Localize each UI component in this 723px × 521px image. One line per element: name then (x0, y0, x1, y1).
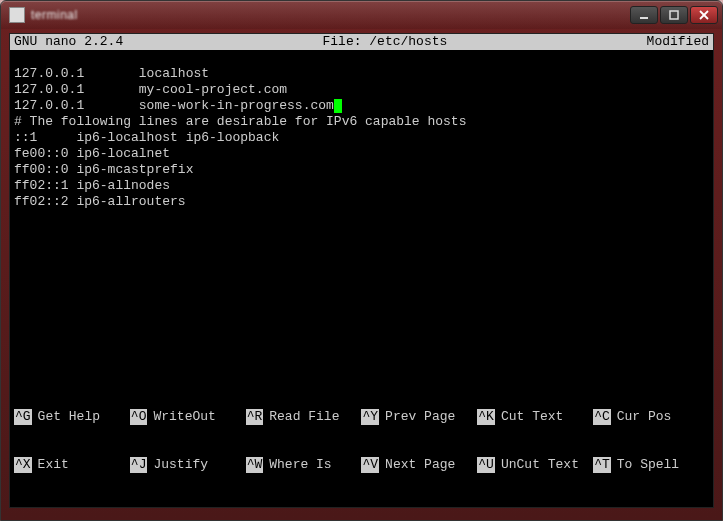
minimize-icon (639, 10, 649, 20)
editor-body[interactable]: 127.0.0.1 localhost127.0.0.1 my-cool-pro… (10, 50, 713, 377)
nano-status: Modified (647, 34, 709, 50)
shortcut-label: Where Is (269, 457, 331, 473)
svg-rect-1 (670, 11, 678, 19)
shortcut-cell: ^VNext Page (361, 457, 477, 473)
shortcut-row: ^XExit^JJustify^WWhere Is^VNext Page^UUn… (14, 457, 709, 473)
shortcut-cell: ^WWhere Is (246, 457, 362, 473)
shortcut-cell: ^UUnCut Text (477, 457, 593, 473)
shortcut-cell: ^JJustify (130, 457, 246, 473)
nano-file-label: File: /etc/hosts (123, 34, 646, 50)
shortcut-label: To Spell (617, 457, 679, 473)
editor-line: ::1 ip6-localhost ip6-loopback (14, 130, 709, 146)
window-controls (630, 6, 718, 24)
shortcut-label: UnCut Text (501, 457, 579, 473)
shortcut-label: Justify (153, 457, 208, 473)
title-left: terminal (9, 7, 78, 23)
editor-line: 127.0.0.1 my-cool-project.com (14, 82, 709, 98)
shortcut-key: ^C (593, 409, 611, 425)
shortcut-label: WriteOut (153, 409, 215, 425)
maximize-button[interactable] (660, 6, 688, 24)
shortcut-cell: ^RRead File (246, 409, 362, 425)
shortcut-key: ^V (361, 457, 379, 473)
shortcut-label: Exit (38, 457, 69, 473)
nano-footer: ^GGet Help^OWriteOut^RRead File^YPrev Pa… (10, 377, 713, 507)
shortcut-label: Cut Text (501, 409, 563, 425)
nano-version: GNU nano 2.2.4 (14, 34, 123, 50)
shortcut-key: ^G (14, 409, 32, 425)
editor-line: ff02::2 ip6-allrouters (14, 194, 709, 210)
shortcut-cell: ^CCur Pos (593, 409, 709, 425)
close-button[interactable] (690, 6, 718, 24)
editor-line: 127.0.0.1 localhost (14, 66, 709, 82)
shortcut-key: ^K (477, 409, 495, 425)
window-title: terminal (31, 8, 78, 22)
close-icon (699, 10, 709, 20)
shortcut-label: Read File (269, 409, 339, 425)
editor-line: # The following lines are desirable for … (14, 114, 709, 130)
app-icon (9, 7, 25, 23)
shortcut-key: ^O (130, 409, 148, 425)
editor-line: ff02::1 ip6-allnodes (14, 178, 709, 194)
shortcut-label: Get Help (38, 409, 100, 425)
shortcut-key: ^R (246, 409, 264, 425)
shortcut-cell: ^TTo Spell (593, 457, 709, 473)
shortcut-key: ^Y (361, 409, 379, 425)
shortcut-label: Prev Page (385, 409, 455, 425)
titlebar[interactable]: terminal (1, 1, 722, 29)
shortcut-cell: ^KCut Text (477, 409, 593, 425)
app-window: terminal GNU nano 2.2.4 File: /etc/hosts… (0, 0, 723, 521)
shortcut-row: ^GGet Help^OWriteOut^RRead File^YPrev Pa… (14, 409, 709, 425)
nano-header: GNU nano 2.2.4 File: /etc/hosts Modified (10, 34, 713, 50)
editor-line: fe00::0 ip6-localnet (14, 146, 709, 162)
shortcut-cell: ^GGet Help (14, 409, 130, 425)
minimize-button[interactable] (630, 6, 658, 24)
shortcut-cell: ^XExit (14, 457, 130, 473)
editor-line: 127.0.0.1 some-work-in-progress.com (14, 98, 709, 114)
shortcut-label: Cur Pos (617, 409, 672, 425)
shortcut-label: Next Page (385, 457, 455, 473)
terminal[interactable]: GNU nano 2.2.4 File: /etc/hosts Modified… (9, 33, 714, 508)
editor-line: ff00::0 ip6-mcastprefix (14, 162, 709, 178)
shortcut-key: ^J (130, 457, 148, 473)
shortcut-cell: ^YPrev Page (361, 409, 477, 425)
shortcut-key: ^W (246, 457, 264, 473)
maximize-icon (669, 10, 679, 20)
shortcut-key: ^X (14, 457, 32, 473)
cursor (334, 99, 342, 113)
shortcut-cell: ^OWriteOut (130, 409, 246, 425)
shortcut-key: ^T (593, 457, 611, 473)
shortcut-key: ^U (477, 457, 495, 473)
